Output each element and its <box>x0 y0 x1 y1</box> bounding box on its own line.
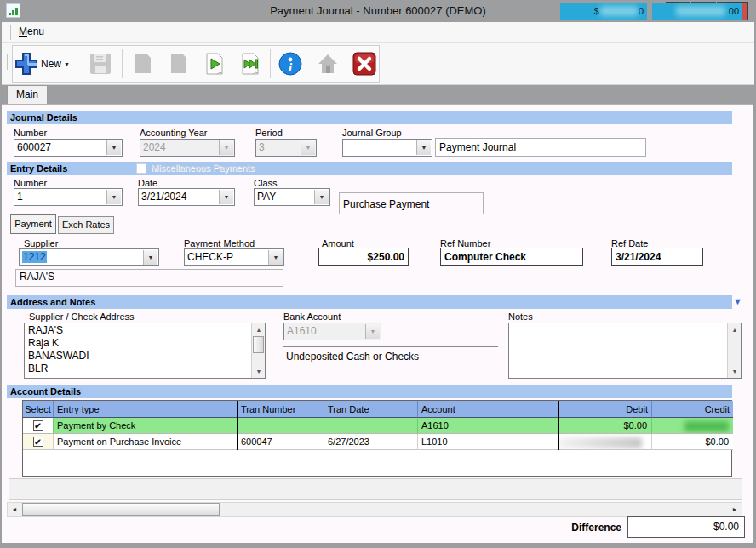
scroll-down-icon[interactable]: ▼ <box>728 365 742 378</box>
supplier-name-display: RAJA'S <box>15 269 284 287</box>
address-listbox[interactable]: RAJA'S Raja K BANASWADI BLR ... ▲ ▼ <box>24 323 266 379</box>
column-header-tran-date[interactable]: Tran Date <box>324 401 418 418</box>
scroll-thumb[interactable] <box>253 336 264 353</box>
debit-total-redacted: $ 0 <box>560 3 647 20</box>
row2-tran-date[interactable]: 6/27/2023 <box>324 434 418 450</box>
scroll-up-icon[interactable]: ▲ <box>252 323 266 336</box>
post-button[interactable] <box>198 49 231 79</box>
toolbar-separator <box>270 49 271 78</box>
chevron-down-icon[interactable]: ▼ <box>143 250 158 265</box>
tab-payment[interactable]: Payment <box>10 214 56 234</box>
collapse-section-icon[interactable]: ▼ <box>733 296 742 306</box>
new-dropdown-arrow-icon: ▼ <box>64 61 70 67</box>
scroll-left-icon[interactable]: ◄ <box>8 503 21 516</box>
home-button-disabled <box>312 49 343 79</box>
chevron-down-icon[interactable]: ▼ <box>219 190 233 204</box>
list-item[interactable]: BANASWADI <box>26 350 250 362</box>
entry-number-combo[interactable]: 1 ▼ <box>14 188 123 206</box>
notes-scrollbar[interactable]: ▲ ▼ <box>727 323 741 378</box>
list-item[interactable]: RAJA'S <box>26 324 250 337</box>
previous-page-icon <box>130 51 156 77</box>
row2-entry-type[interactable]: Payment on Purchase Invoice <box>54 434 238 450</box>
list-item[interactable]: BLR <box>26 362 250 375</box>
save-button-disabled <box>84 49 117 79</box>
class-description: Purchase Payment <box>339 192 484 214</box>
ref-date-field[interactable]: 3/21/2024 <box>611 248 703 266</box>
column-divider <box>558 401 559 450</box>
address-scrollbar[interactable]: ▲ ▼ <box>251 323 265 378</box>
class-combo[interactable]: PAY ▼ <box>254 188 330 206</box>
chevron-down-icon: ▼ <box>365 324 380 339</box>
chevron-down-icon[interactable]: ▼ <box>314 190 329 204</box>
chevron-down-icon[interactable]: ▼ <box>106 190 121 204</box>
supplier-selected-value: 1212 <box>22 251 47 263</box>
row2-select-cell[interactable]: ✔ <box>23 434 54 450</box>
row1-entry-type[interactable]: Payment by Check <box>54 418 238 434</box>
row1-credit-redacted[interactable] <box>652 418 733 434</box>
horizontal-scrollbar[interactable]: ◄ ► <box>7 502 742 517</box>
number-label: Number <box>14 128 47 138</box>
row2-credit[interactable]: $0.00 <box>652 434 733 450</box>
entry-number-label: Number <box>14 178 47 188</box>
column-header-tran-number[interactable]: Tran Number <box>238 401 324 418</box>
row2-debit-redacted[interactable] <box>558 434 652 450</box>
tab-exch-rates[interactable]: Exch Rates <box>58 216 114 234</box>
row1-tran-number[interactable] <box>238 418 324 434</box>
row2-tran-number[interactable]: 600047 <box>238 434 324 450</box>
notes-label: Notes <box>508 311 533 322</box>
column-header-account[interactable]: Account <box>418 401 558 418</box>
tab-main[interactable]: Main <box>7 85 48 105</box>
amount-field[interactable]: $250.00 <box>318 248 409 266</box>
journal-name-field[interactable]: Payment Journal <box>435 138 646 157</box>
misc-payments-label: Miscellaneous Payments <box>151 163 255 173</box>
notes-text[interactable] <box>510 324 726 377</box>
row1-debit[interactable]: $0.00 <box>558 418 652 434</box>
entry-details-header: Entry Details <box>7 162 732 175</box>
chevron-down-icon[interactable]: ▼ <box>268 250 283 265</box>
column-header-select[interactable]: Select <box>23 401 54 418</box>
redacted-value <box>676 6 725 16</box>
bank-account-label: Bank Account <box>284 311 341 322</box>
journal-group-label: Journal Group <box>342 128 402 138</box>
period-label: Period <box>255 128 283 138</box>
previous-button-disabled <box>127 49 159 79</box>
scroll-down-icon[interactable]: ▼ <box>252 365 266 378</box>
chevron-down-icon[interactable]: ▼ <box>106 140 121 155</box>
payment-method-combo[interactable]: CHECK-P ▼ <box>184 248 284 266</box>
row1-account[interactable]: A1610 <box>418 418 558 434</box>
notes-field[interactable]: ▲ ▼ <box>508 323 742 379</box>
list-item[interactable]: Raja K <box>26 337 250 350</box>
row-checkbox-checked[interactable]: ✔ <box>33 420 43 431</box>
row1-select-cell[interactable]: ✔ <box>23 418 54 434</box>
account-details-header: Account Details <box>7 385 732 398</box>
payment-method-label: Payment Method <box>184 238 255 248</box>
scroll-up-icon[interactable]: ▲ <box>728 323 742 336</box>
chevron-down-icon[interactable]: ▼ <box>416 140 431 155</box>
close-journal-button[interactable] <box>348 49 381 79</box>
menu-bar: Menu <box>2 22 754 43</box>
credit-total-redacted: .00 <box>652 3 742 20</box>
row-checkbox-checked[interactable]: ✔ <box>33 437 43 447</box>
list-item[interactable]: ... <box>26 375 250 377</box>
toolbar-grip[interactable] <box>7 54 9 70</box>
scroll-thumb[interactable] <box>22 503 220 516</box>
post-all-button[interactable] <box>234 49 266 79</box>
redacted-value <box>600 6 638 16</box>
column-header-entry-type[interactable]: Entry type <box>54 401 238 418</box>
bank-account-name: Undeposited Cash or Checks <box>286 351 419 362</box>
journal-number-combo[interactable]: 600027 ▼ <box>14 139 123 157</box>
new-button[interactable]: New ▼ <box>14 49 81 79</box>
supplier-combo[interactable]: 1212 ▼ <box>19 248 159 266</box>
entry-date-combo[interactable]: 3/21/2024 ▼ <box>138 188 235 206</box>
scroll-right-icon[interactable]: ► <box>728 503 742 516</box>
menu-item-menu[interactable]: Menu <box>19 26 44 37</box>
column-divider <box>237 401 238 450</box>
ref-number-field[interactable]: Computer Check <box>440 248 583 266</box>
journal-group-combo[interactable]: ▼ <box>342 139 432 157</box>
menubar-grip[interactable] <box>9 25 11 40</box>
row2-account[interactable]: L1010 <box>418 434 558 450</box>
row1-tran-date[interactable] <box>324 418 418 434</box>
column-header-credit[interactable]: Credit <box>652 401 733 418</box>
info-button[interactable]: i <box>274 49 306 79</box>
column-header-debit[interactable]: Debit <box>558 401 652 418</box>
